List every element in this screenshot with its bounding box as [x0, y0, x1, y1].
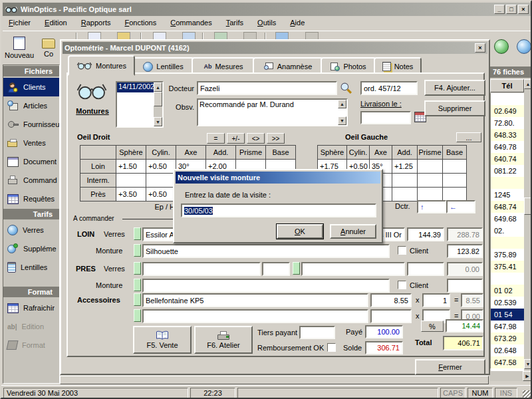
tel-row[interactable]: 1245 [491, 189, 524, 201]
tel-row[interactable]: 648.33 [491, 129, 524, 141]
od-interm-cylin[interactable] [146, 174, 176, 188]
vente-button[interactable]: F5. Vente [133, 326, 192, 354]
tel-row[interactable] [491, 237, 524, 249]
od-loin-cylin[interactable]: +0.50 [146, 160, 176, 174]
menu-edition[interactable]: Edition [39, 16, 73, 29]
pres-verres2-field[interactable] [301, 262, 405, 276]
pres-verres2-lookup-button[interactable] [293, 262, 300, 275]
sidebar-item-clients[interactable]: Clients [3, 78, 59, 96]
search-icon[interactable] [340, 82, 352, 96]
menu-fichier[interactable]: Fichier [3, 16, 37, 29]
og-interm-prisme[interactable] [418, 174, 443, 188]
loin-verres-price-field[interactable]: 144.39 [407, 227, 444, 241]
scroll-thumb[interactable] [154, 92, 162, 106]
sidebar-item-supplements[interactable]: Suppléme [3, 239, 59, 258]
plus-minus-button[interactable]: +/- [227, 133, 245, 144]
tel-row[interactable]: 375.89 [491, 249, 524, 261]
loin-monture-field[interactable]: Silhouette [142, 244, 390, 258]
fermer-button[interactable]: Fermer [415, 359, 485, 375]
toolbar-open-button[interactable]: Co [35, 33, 62, 63]
menu-aide[interactable]: Aide [284, 16, 311, 29]
toolbar-info-button[interactable] [515, 33, 532, 60]
minimize-button[interactable]: _ [494, 5, 505, 14]
og-loin-add[interactable]: +1.25 [392, 160, 418, 174]
pres-verres-price-field[interactable] [407, 262, 444, 276]
og-pres-base[interactable] [443, 188, 467, 201]
pres-verres-sub-field[interactable] [262, 262, 290, 276]
toolbar-help-button[interactable] [492, 33, 511, 60]
sidebar-item-ventes[interactable]: Ventes [3, 134, 59, 152]
tel-row[interactable]: 081.22 [491, 165, 524, 177]
scroll-up-button[interactable]: ▲ [524, 79, 532, 89]
supprimer-button[interactable]: Supprimer [424, 100, 485, 116]
od-pres-cylin[interactable]: +0.50 [146, 188, 176, 201]
loin-verres-lookup-button[interactable] [134, 227, 141, 240]
menu-outils[interactable]: Outils [251, 16, 282, 29]
transfer-button[interactable]: >> [267, 133, 285, 144]
annuler-button[interactable]: Annuler [330, 224, 376, 239]
og-interm-add[interactable] [392, 174, 418, 188]
tel-row[interactable]: 02.648 [491, 344, 524, 356]
og-pres-add[interactable] [392, 188, 418, 201]
loin-monture-lookup-button[interactable] [134, 244, 141, 257]
percent-field[interactable]: 14.44 [446, 319, 483, 332]
date-input[interactable]: 30/05/03 [181, 203, 376, 217]
sidebar-item-format[interactable]: Format [3, 336, 59, 354]
tel-row[interactable]: 673.29 [491, 332, 524, 344]
tel-row[interactable]: 647.98 [491, 321, 524, 332]
tel-row[interactable]: 72.80. [491, 117, 524, 129]
tel-row[interactable] [491, 93, 524, 105]
od-interm-sphere[interactable] [116, 174, 146, 188]
atelier-button[interactable]: F6. Atelier [194, 326, 253, 354]
od-loin-sphere[interactable]: +1.50 [116, 160, 146, 174]
scroll-right-button[interactable]: ▶ [523, 371, 532, 381]
copy-equal-button[interactable]: = [207, 133, 225, 144]
sidebar-item-edition[interactable]: ab| Edition [3, 317, 59, 336]
tel-column-header[interactable]: Tél [490, 79, 524, 92]
resize-grip[interactable] [523, 390, 531, 399]
tel-row[interactable]: 649.78 [491, 141, 524, 153]
accessoire1-qty-field[interactable]: 1 [422, 293, 450, 307]
accessoire2-lookup-button[interactable] [134, 309, 141, 322]
livraison-field[interactable] [360, 111, 411, 124]
percent-button[interactable]: % [421, 321, 444, 332]
accessoire1-field[interactable]: Bellefontaine KP5 [142, 293, 368, 307]
ordonnance-field[interactable]: ord. 457/12 [360, 81, 418, 95]
og-interm-base[interactable] [443, 174, 467, 188]
og-loin-base[interactable] [443, 160, 467, 174]
tel-row[interactable]: 02.649 [491, 105, 524, 117]
dctr-left-field[interactable]: ← [446, 200, 475, 213]
sidebar-item-rafraichir[interactable]: Rafraichir [3, 299, 59, 317]
od-pres-sphere[interactable]: +3.50 [116, 188, 146, 201]
scroll-thumb[interactable] [524, 198, 532, 215]
tel-row[interactable] [491, 177, 524, 189]
menu-rapports[interactable]: Rapports [75, 16, 117, 29]
pres-client-checkbox[interactable] [398, 281, 406, 289]
pres-monture-field[interactable] [142, 279, 390, 293]
tel-row[interactable]: 647.58 [491, 356, 524, 368]
ok-button[interactable]: OK [277, 224, 323, 239]
menu-commandes[interactable]: Commandes [164, 16, 217, 29]
more-button[interactable]: ... [456, 132, 481, 142]
sidebar-item-lentilles[interactable]: Lentilles [3, 258, 59, 277]
scroll-up-button[interactable]: ▲ [154, 82, 162, 92]
sidebar-item-requetes[interactable]: Requêtes [3, 190, 59, 208]
sidebar-item-commandes[interactable]: Command [3, 171, 59, 190]
tiers-payant-field[interactable] [299, 326, 335, 339]
docteur-field[interactable]: Fazeli [197, 81, 337, 95]
pres-verres-lookup-button[interactable] [134, 262, 141, 275]
obsv-field[interactable]: Recommandé par M. Durand ▲ ▼ [197, 98, 348, 126]
tel-scrollbar[interactable] [524, 79, 532, 370]
tel-row[interactable]: 640.74 [491, 153, 524, 165]
loin-client-checkbox[interactable] [398, 246, 406, 255]
dctr-up-field[interactable]: ↑ [417, 200, 446, 213]
tel-row[interactable] [491, 273, 524, 285]
maximize-button[interactable]: □ [506, 5, 517, 14]
scroll-down-button[interactable]: ▼ [338, 116, 346, 125]
menu-fonctions[interactable]: Fonctions [119, 16, 163, 29]
accessoire2-field[interactable] [142, 309, 368, 323]
toolbar-nouveau-button[interactable]: Nouveau [5, 33, 34, 63]
remboursement-checkbox[interactable] [327, 343, 336, 352]
pres-monture-price-field[interactable] [447, 279, 483, 293]
tel-row-selected[interactable]: 01 54 [491, 309, 524, 321]
